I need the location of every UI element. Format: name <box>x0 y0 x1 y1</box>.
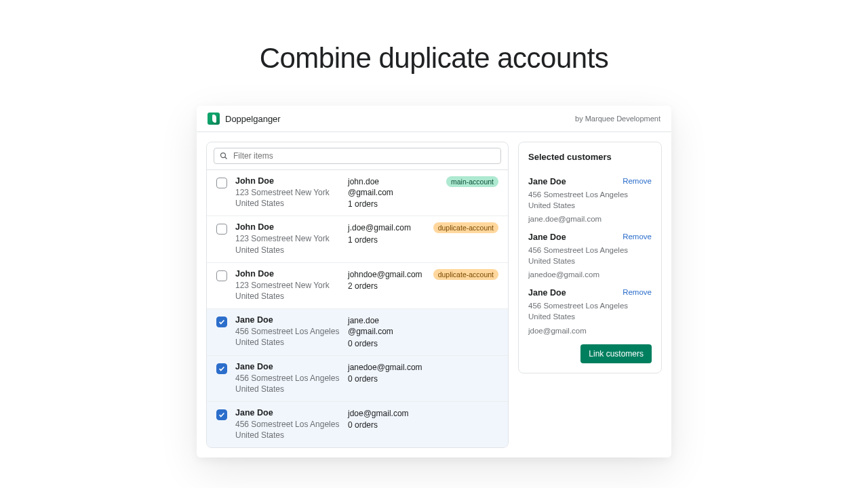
customer-name: Jane Doe <box>235 408 340 418</box>
table-row[interactable]: John Doe123 Somestreet New York United S… <box>207 170 508 216</box>
search-row <box>207 142 508 170</box>
selected-name: Jane Doe <box>528 288 566 298</box>
app-name: Doppelganger <box>225 114 281 124</box>
customer-address: 123 Somestreet New York United States <box>235 187 340 209</box>
duplicate-account-badge: duplicate-account <box>433 269 498 280</box>
row-main-col: John Doe123 Somestreet New York United S… <box>235 269 340 302</box>
byline: by Marquee Development <box>575 115 660 123</box>
app-logo-icon <box>208 113 220 125</box>
row-checkbox[interactable] <box>216 224 227 235</box>
remove-link[interactable]: Remove <box>623 288 652 296</box>
svg-point-0 <box>221 153 226 158</box>
customer-name: Jane Doe <box>235 362 340 371</box>
row-checkbox[interactable] <box>216 363 227 374</box>
row-checkbox[interactable] <box>216 178 227 188</box>
row-tag-col: duplicate-account <box>431 222 498 233</box>
customer-orders: 0 orders <box>348 374 422 384</box>
selected-email: jdoe@gmail.com <box>528 327 652 335</box>
row-email-col: j.doe@gmail.com1 orders <box>348 222 422 244</box>
table-row[interactable]: Jane Doe456 Somestreet Los Angeles Unite… <box>207 356 508 402</box>
selected-item: Jane DoeRemove456 Somestreet Los Angeles… <box>528 232 652 279</box>
search-input[interactable] <box>233 151 495 161</box>
main-account-badge: main-account <box>446 176 498 187</box>
page-title: Combine duplicate accounts <box>0 42 868 75</box>
selected-email: jane.doe@gmail.com <box>528 215 652 223</box>
app-body: John Doe123 Somestreet New York United S… <box>197 132 671 458</box>
selected-title: Selected customers <box>528 152 652 162</box>
table-row[interactable]: John Doe123 Somestreet New York United S… <box>207 216 508 262</box>
customer-email: janedoe@gmail.com <box>348 362 422 373</box>
row-main-col: John Doe123 Somestreet New York United S… <box>235 222 340 255</box>
brand: Doppelganger <box>208 113 281 125</box>
row-email-col: john.doe @gmail.com1 orders <box>348 176 422 209</box>
selected-email: janedoe@gmail.com <box>528 270 652 279</box>
row-email-col: jane.doe @gmail.com0 orders <box>348 315 422 348</box>
selected-item: Jane DoeRemove456 Somestreet Los Angeles… <box>528 288 652 334</box>
customer-email: johndoe@gmail.com <box>348 269 422 280</box>
selected-address: 456 Somestreet Los Angeles United States <box>528 300 652 322</box>
row-checkbox[interactable] <box>216 409 227 420</box>
customer-address: 456 Somestreet Los Angeles United States <box>235 419 340 441</box>
svg-line-1 <box>225 157 227 159</box>
search-box[interactable] <box>214 148 501 164</box>
customer-orders: 2 orders <box>348 281 422 291</box>
row-email-col: johndoe@gmail.com2 orders <box>348 269 422 291</box>
table-row[interactable]: Jane Doe456 Somestreet Los Angeles Unite… <box>207 402 508 447</box>
customer-name: John Doe <box>235 222 340 232</box>
customer-orders: 0 orders <box>348 420 422 430</box>
customer-address: 123 Somestreet New York United States <box>235 280 340 302</box>
selected-item: Jane DoeRemove456 Somestreet Los Angeles… <box>528 177 652 223</box>
row-checkbox[interactable] <box>216 270 227 281</box>
row-email-col: janedoe@gmail.com0 orders <box>348 362 422 384</box>
customer-name: John Doe <box>235 176 340 186</box>
link-customers-button[interactable]: Link customers <box>580 344 652 363</box>
search-icon <box>220 152 228 160</box>
row-main-col: Jane Doe456 Somestreet Los Angeles Unite… <box>235 315 340 348</box>
row-main-col: Jane Doe456 Somestreet Los Angeles Unite… <box>235 408 340 441</box>
selected-item-header: Jane DoeRemove <box>528 232 652 242</box>
app-header: Doppelganger by Marquee Development <box>197 106 671 132</box>
selected-item-header: Jane DoeRemove <box>528 288 652 298</box>
customer-address: 456 Somestreet Los Angeles United States <box>235 373 340 394</box>
duplicate-account-badge: duplicate-account <box>433 222 498 233</box>
customer-name: John Doe <box>235 269 340 279</box>
selected-panel: Selected customers Jane DoeRemove456 Som… <box>518 142 662 373</box>
selected-address: 456 Somestreet Los Angeles United States <box>528 245 652 266</box>
selected-item-header: Jane DoeRemove <box>528 177 652 186</box>
table-row[interactable]: Jane Doe456 Somestreet Los Angeles Unite… <box>207 309 508 355</box>
customer-email: jane.doe @gmail.com <box>348 315 422 337</box>
customer-address: 123 Somestreet New York United States <box>235 233 340 255</box>
customer-email: john.doe @gmail.com <box>348 176 422 198</box>
customer-list-panel: John Doe123 Somestreet New York United S… <box>206 142 509 448</box>
row-main-col: Jane Doe456 Somestreet Los Angeles Unite… <box>235 362 340 394</box>
customer-orders: 1 orders <box>348 199 422 209</box>
app-window: Doppelganger by Marquee Development John… <box>197 106 671 458</box>
row-tag-col: duplicate-account <box>431 269 498 280</box>
row-checkbox[interactable] <box>216 317 227 327</box>
customer-name: Jane Doe <box>235 315 340 325</box>
customer-rows: John Doe123 Somestreet New York United S… <box>207 170 508 447</box>
table-row[interactable]: John Doe123 Somestreet New York United S… <box>207 263 508 309</box>
remove-link[interactable]: Remove <box>623 232 652 241</box>
row-main-col: John Doe123 Somestreet New York United S… <box>235 176 340 209</box>
selected-address: 456 Somestreet Los Angeles United States <box>528 189 652 211</box>
customer-orders: 1 orders <box>348 235 422 245</box>
selected-name: Jane Doe <box>528 177 566 186</box>
row-tag-col: main-account <box>431 176 498 187</box>
customer-address: 456 Somestreet Los Angeles United States <box>235 326 340 348</box>
customer-email: jdoe@gmail.com <box>348 408 422 419</box>
customer-email: j.doe@gmail.com <box>348 222 422 233</box>
customer-orders: 0 orders <box>348 339 422 348</box>
row-email-col: jdoe@gmail.com0 orders <box>348 408 422 430</box>
remove-link[interactable]: Remove <box>623 177 652 185</box>
selected-name: Jane Doe <box>528 232 566 242</box>
